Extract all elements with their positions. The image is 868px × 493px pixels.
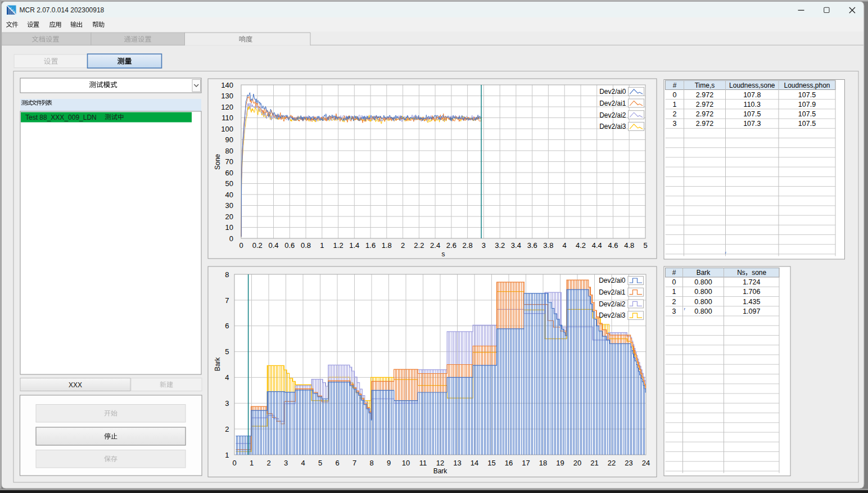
svg-text:MCR 2.07.0.014 202300918: MCR 2.07.0.014 202300918 bbox=[20, 6, 105, 14]
svg-text:12: 12 bbox=[436, 459, 444, 467]
svg-text:r: r bbox=[725, 250, 727, 255]
svg-text:107.5: 107.5 bbox=[798, 120, 816, 128]
svg-text:30: 30 bbox=[225, 201, 233, 210]
svg-text:s: s bbox=[442, 250, 445, 258]
svg-text:23: 23 bbox=[625, 459, 632, 467]
svg-text:107.3: 107.3 bbox=[743, 120, 761, 128]
svg-text:Bark: Bark bbox=[433, 467, 448, 475]
svg-text:2.972: 2.972 bbox=[696, 110, 713, 118]
svg-text:1.706: 1.706 bbox=[743, 288, 760, 296]
svg-text:5: 5 bbox=[225, 347, 229, 356]
svg-text:1: 1 bbox=[672, 288, 676, 296]
svg-text:130: 130 bbox=[221, 92, 233, 100]
svg-text:80: 80 bbox=[225, 147, 233, 155]
svg-text:6: 6 bbox=[335, 459, 339, 467]
svg-text:1.8: 1.8 bbox=[382, 241, 392, 250]
svg-text:40: 40 bbox=[225, 191, 233, 199]
svg-text:107.5: 107.5 bbox=[743, 110, 761, 118]
svg-text:107.5: 107.5 bbox=[798, 110, 816, 118]
svg-text:60: 60 bbox=[225, 169, 233, 177]
svg-text:0.2: 0.2 bbox=[252, 241, 263, 250]
svg-text:6: 6 bbox=[225, 322, 229, 330]
svg-text:2: 2 bbox=[401, 241, 405, 250]
svg-text:0: 0 bbox=[239, 241, 243, 250]
svg-text:2.972: 2.972 bbox=[696, 91, 713, 99]
svg-text:11: 11 bbox=[419, 459, 427, 467]
svg-text:50: 50 bbox=[225, 179, 233, 188]
svg-text:0.800: 0.800 bbox=[694, 307, 712, 315]
svg-text:Dev2/ai1: Dev2/ai1 bbox=[599, 288, 626, 296]
svg-text:Loudness,sone: Loudness,sone bbox=[729, 82, 775, 89]
svg-text:Dev2/ai2: Dev2/ai2 bbox=[599, 111, 626, 119]
svg-text:Ns: Ns bbox=[737, 269, 745, 277]
svg-text:5: 5 bbox=[318, 459, 322, 467]
svg-text:2.2: 2.2 bbox=[414, 241, 424, 250]
svg-text:Sone: Sone bbox=[214, 154, 221, 170]
svg-text:16: 16 bbox=[505, 459, 513, 467]
svg-text:r: r bbox=[684, 306, 686, 311]
svg-text:0: 0 bbox=[673, 91, 677, 99]
svg-text:4.8: 4.8 bbox=[624, 241, 634, 250]
svg-text:1: 1 bbox=[673, 101, 677, 108]
svg-text:2: 2 bbox=[225, 425, 229, 433]
svg-text:1: 1 bbox=[250, 459, 254, 467]
svg-text:0: 0 bbox=[672, 278, 676, 286]
svg-text:#: # bbox=[673, 82, 677, 89]
svg-text:13: 13 bbox=[453, 459, 461, 467]
svg-text:22: 22 bbox=[608, 459, 616, 467]
svg-text:8: 8 bbox=[369, 459, 373, 467]
svg-text:Dev2/ai3: Dev2/ai3 bbox=[599, 311, 626, 319]
svg-text:5: 5 bbox=[643, 241, 647, 250]
svg-text:0.800: 0.800 bbox=[694, 288, 712, 296]
svg-text:Test 88_XXX_009_LDN: Test 88_XXX_009_LDN bbox=[25, 114, 97, 121]
svg-text:0.4: 0.4 bbox=[268, 241, 278, 250]
svg-text:10: 10 bbox=[225, 223, 233, 232]
svg-text:0.8: 0.8 bbox=[301, 241, 311, 250]
svg-text:7: 7 bbox=[225, 296, 229, 305]
svg-text:0: 0 bbox=[232, 459, 236, 467]
svg-text:Dev2/ai1: Dev2/ai1 bbox=[599, 99, 626, 107]
svg-text:18: 18 bbox=[539, 459, 547, 467]
svg-text:Dev2/ai0: Dev2/ai0 bbox=[599, 88, 626, 96]
svg-text:1.2: 1.2 bbox=[333, 241, 343, 250]
svg-text:2.8: 2.8 bbox=[463, 241, 473, 250]
svg-text:4: 4 bbox=[563, 241, 567, 250]
svg-text:9: 9 bbox=[387, 459, 391, 467]
svg-text:120: 120 bbox=[221, 103, 233, 111]
svg-text:2: 2 bbox=[673, 110, 677, 118]
svg-text:Loudness,phon: Loudness,phon bbox=[784, 82, 830, 89]
svg-text:21: 21 bbox=[590, 459, 598, 467]
svg-text:sone: sone bbox=[752, 269, 766, 277]
svg-text:Bark: Bark bbox=[697, 269, 711, 277]
svg-text:107.8: 107.8 bbox=[743, 91, 761, 99]
svg-text:4.6: 4.6 bbox=[608, 241, 618, 250]
svg-text:XXX: XXX bbox=[69, 381, 82, 389]
svg-text:4: 4 bbox=[225, 373, 229, 382]
svg-text:110: 110 bbox=[221, 114, 233, 122]
svg-text:24: 24 bbox=[642, 459, 650, 467]
svg-text:Dev2/ai0: Dev2/ai0 bbox=[599, 277, 626, 284]
svg-text:70: 70 bbox=[225, 157, 233, 166]
svg-text:1: 1 bbox=[225, 451, 229, 459]
svg-text:Dev2/ai3: Dev2/ai3 bbox=[599, 123, 626, 130]
svg-text:3: 3 bbox=[482, 241, 486, 250]
svg-text:3: 3 bbox=[284, 459, 288, 467]
svg-text:2: 2 bbox=[266, 459, 270, 467]
svg-text:3.8: 3.8 bbox=[543, 241, 553, 250]
svg-text:1: 1 bbox=[320, 241, 324, 250]
svg-text:4.2: 4.2 bbox=[576, 241, 586, 250]
svg-text:2.972: 2.972 bbox=[696, 120, 713, 128]
svg-text:2: 2 bbox=[672, 298, 676, 306]
svg-text:107.5: 107.5 bbox=[798, 91, 816, 99]
svg-text:3: 3 bbox=[672, 307, 676, 315]
svg-text:4: 4 bbox=[301, 459, 305, 467]
svg-text:107.9: 107.9 bbox=[798, 101, 816, 108]
svg-text:14: 14 bbox=[471, 459, 478, 467]
svg-text:110.3: 110.3 bbox=[744, 101, 761, 108]
svg-text:3.6: 3.6 bbox=[527, 241, 537, 250]
svg-text:20: 20 bbox=[573, 459, 581, 467]
svg-text:8: 8 bbox=[225, 270, 229, 279]
svg-text:0.800: 0.800 bbox=[694, 298, 712, 306]
svg-text:1.435: 1.435 bbox=[743, 298, 760, 306]
svg-text:20: 20 bbox=[225, 212, 233, 221]
